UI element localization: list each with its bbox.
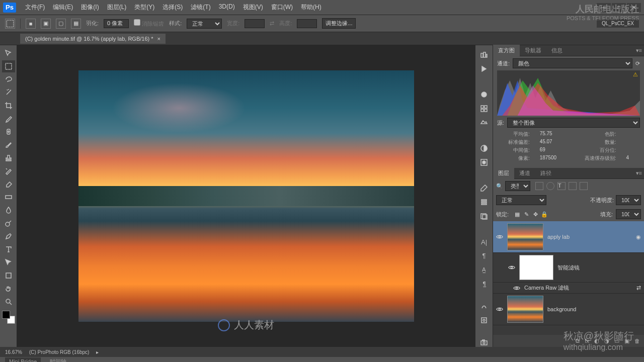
refine-edge-button[interactable]: 调整边缘... bbox=[322, 18, 356, 29]
document-tab[interactable]: (C) golden minute.tif @ 16.7% (apply lab… bbox=[20, 34, 166, 44]
info-arrow-icon[interactable]: ▸ bbox=[96, 349, 99, 355]
clone-source-icon[interactable] bbox=[477, 212, 491, 221]
visibility-toggle[interactable] bbox=[496, 233, 503, 240]
close-button[interactable]: ✕ bbox=[627, 3, 641, 12]
selection-new-icon[interactable]: ■ bbox=[26, 19, 36, 29]
tab-histogram[interactable]: 直方图 bbox=[493, 45, 520, 56]
filter-options-icon[interactable]: ⇄ bbox=[636, 285, 641, 291]
channel-select[interactable]: 颜色 bbox=[513, 58, 632, 68]
history-panel-icon[interactable] bbox=[477, 50, 491, 59]
layer-thumbnail[interactable] bbox=[507, 296, 543, 323]
menu-item[interactable]: 滤镜(T) bbox=[187, 3, 214, 12]
shape-tool[interactable] bbox=[2, 269, 15, 282]
gradient-tool[interactable] bbox=[2, 191, 15, 203]
filter-smart-icon[interactable] bbox=[580, 182, 588, 190]
eyedropper-tool[interactable] bbox=[2, 113, 15, 125]
brush-tool[interactable] bbox=[2, 139, 15, 151]
blend-mode-select[interactable]: 正常 bbox=[496, 195, 546, 205]
color-panel-icon[interactable] bbox=[477, 90, 491, 99]
paragraph-panel-icon[interactable]: ¶ bbox=[477, 251, 491, 260]
document-canvas[interactable] bbox=[78, 70, 414, 322]
lock-move-icon[interactable]: ✥ bbox=[532, 211, 539, 218]
menu-item[interactable]: 3D(D) bbox=[215, 3, 239, 12]
filter-kind-select[interactable]: 类型 bbox=[505, 181, 530, 191]
filter-shape-icon[interactable] bbox=[569, 182, 577, 190]
blur-tool[interactable] bbox=[2, 204, 15, 216]
character-panel-icon[interactable]: A| bbox=[477, 237, 491, 246]
filter-adjust-icon[interactable] bbox=[546, 182, 554, 190]
canvas-area[interactable]: 人人素材 bbox=[17, 45, 475, 347]
new-layer-icon[interactable]: ▣ bbox=[624, 338, 629, 344]
actions-panel-icon[interactable] bbox=[477, 64, 491, 73]
zoom-level[interactable]: 16.67% bbox=[5, 349, 22, 355]
menu-item[interactable]: 图像(I) bbox=[77, 3, 103, 12]
swatches-panel-icon[interactable] bbox=[477, 104, 491, 113]
adjustments-panel-icon[interactable] bbox=[477, 144, 491, 153]
properties-panel-icon[interactable] bbox=[477, 316, 491, 325]
styles-panel-icon[interactable] bbox=[477, 118, 491, 127]
layer-row[interactable]: apply lab ◉ bbox=[493, 221, 644, 253]
visibility-toggle[interactable] bbox=[508, 264, 515, 271]
layer-mask-icon[interactable]: ◐ bbox=[594, 338, 599, 344]
tab-paths[interactable]: 路径 bbox=[535, 167, 556, 179]
opacity-input[interactable]: 100% bbox=[616, 195, 641, 205]
layer-row[interactable]: 智能滤镜 bbox=[493, 253, 644, 283]
foreground-color-swatch[interactable] bbox=[2, 311, 10, 319]
layer-name[interactable]: background bbox=[547, 306, 577, 312]
document-info[interactable]: (C) ProPhoto RGB (16bpc) bbox=[29, 349, 90, 355]
magic-wand-tool[interactable] bbox=[2, 86, 15, 99]
masks-panel-icon[interactable] bbox=[477, 158, 491, 167]
color-swatches[interactable] bbox=[2, 311, 15, 324]
filter-type-icon[interactable]: T bbox=[557, 182, 566, 190]
refresh-icon[interactable]: ⟳ bbox=[635, 60, 640, 67]
style-select[interactable]: 正常 bbox=[187, 19, 222, 29]
menu-item[interactable]: 帮助(H) bbox=[297, 3, 326, 12]
menu-item[interactable]: 文件(F) bbox=[21, 3, 49, 12]
layer-fx-icon[interactable]: fx bbox=[585, 338, 589, 344]
char-styles-icon[interactable]: A̲ bbox=[477, 265, 491, 275]
layer-thumbnail[interactable] bbox=[507, 223, 543, 250]
menu-item[interactable]: 图层(L) bbox=[103, 3, 131, 12]
healing-tool[interactable] bbox=[2, 126, 15, 138]
visibility-toggle[interactable] bbox=[496, 306, 503, 313]
brush-presets-icon[interactable] bbox=[477, 198, 491, 207]
antialias-checkbox[interactable]: 消除锯齿 bbox=[134, 19, 164, 28]
para-styles-icon[interactable]: ¶̲ bbox=[477, 279, 491, 288]
marquee-tool[interactable] bbox=[2, 60, 15, 72]
info-panel-icon[interactable] bbox=[477, 302, 491, 311]
panel-menu-icon[interactable]: ▾≡ bbox=[636, 47, 642, 54]
feather-input[interactable] bbox=[104, 19, 129, 28]
tab-minibridge[interactable]: Mini Bridge bbox=[5, 357, 41, 362]
link-layers-icon[interactable]: ⧉ bbox=[576, 338, 580, 344]
tab-navigator[interactable]: 导航器 bbox=[520, 45, 546, 56]
history-brush-tool[interactable] bbox=[2, 165, 15, 177]
selection-intersect-icon[interactable]: ▦ bbox=[71, 19, 81, 29]
menu-item[interactable]: 视图(V) bbox=[239, 3, 267, 12]
layers-menu-icon[interactable]: ▾≡ bbox=[636, 170, 642, 176]
menu-item[interactable]: 选择(S) bbox=[158, 3, 187, 12]
maximize-button[interactable]: □ bbox=[612, 3, 626, 12]
filter-name[interactable]: Camera Raw 滤镜 bbox=[524, 284, 569, 292]
zoom-tool[interactable] bbox=[2, 296, 15, 308]
warning-icon[interactable]: ⚠ bbox=[633, 71, 638, 78]
lock-position-icon[interactable]: ✎ bbox=[523, 211, 530, 218]
minimize-button[interactable]: — bbox=[597, 3, 611, 12]
eraser-tool[interactable] bbox=[2, 178, 15, 190]
tab-info[interactable]: 信息 bbox=[546, 45, 568, 56]
crop-tool[interactable] bbox=[2, 100, 15, 112]
menu-item[interactable]: 编辑(E) bbox=[49, 3, 77, 12]
filter-mask-thumbnail[interactable] bbox=[519, 255, 553, 280]
delete-layer-icon[interactable]: 🗑 bbox=[634, 338, 640, 344]
tab-layers[interactable]: 图层 bbox=[493, 167, 514, 179]
source-select[interactable]: 整个图像 bbox=[507, 118, 640, 128]
stamp-tool[interactable] bbox=[2, 152, 15, 164]
type-tool[interactable] bbox=[2, 243, 15, 255]
dodge-tool[interactable] bbox=[2, 217, 15, 229]
group-icon[interactable]: ▭ bbox=[614, 338, 619, 344]
path-tool[interactable] bbox=[2, 256, 15, 268]
lasso-tool[interactable] bbox=[2, 73, 15, 85]
lock-pixels-icon[interactable]: ▦ bbox=[514, 211, 521, 218]
visibility-toggle[interactable] bbox=[513, 285, 520, 292]
brush-panel-icon[interactable] bbox=[477, 184, 491, 193]
hand-tool[interactable] bbox=[2, 283, 15, 295]
